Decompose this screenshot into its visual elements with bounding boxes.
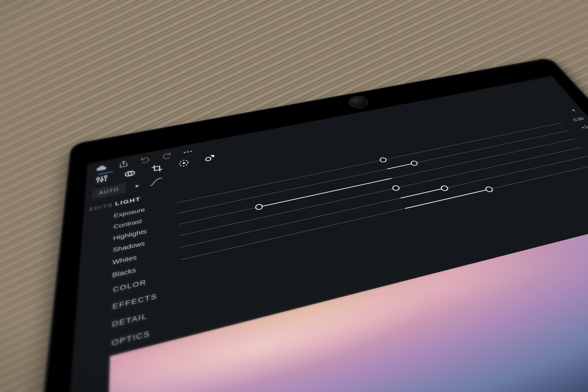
slider-value: 0 — [585, 140, 588, 148]
tone-curve-icon[interactable] — [150, 177, 163, 186]
photo-preview[interactable] — [104, 214, 588, 392]
svg-point-11 — [212, 155, 214, 157]
adjust-sliders-icon[interactable] — [95, 174, 108, 185]
section-light-label: LIGHT — [115, 196, 141, 207]
section-optics-label: OPTICS — [111, 329, 150, 348]
svg-point-9 — [182, 162, 185, 164]
svg-point-5 — [104, 175, 107, 178]
svg-point-3 — [97, 178, 99, 180]
slider-label: Whites — [112, 245, 174, 266]
photo-editor: AUTO ▸ EDITS LIGHT ▾ — [56, 76, 588, 392]
app-screen: AUTO ▸ EDITS LIGHT ▾ — [56, 76, 588, 392]
section-color-label: COLOR — [113, 278, 147, 294]
presets-icon[interactable] — [123, 168, 136, 179]
chevron-right-icon[interactable]: ▸ — [136, 182, 140, 189]
slider-knob[interactable] — [379, 157, 388, 163]
slider-value: +14 — [571, 124, 588, 132]
slider-value: -63 — [578, 132, 588, 140]
more-icon[interactable] — [182, 147, 194, 157]
svg-point-2 — [190, 151, 192, 152]
home-button[interactable] — [347, 95, 370, 109]
svg-point-1 — [187, 151, 189, 153]
selective-icon[interactable] — [177, 158, 191, 169]
healing-icon[interactable] — [204, 153, 217, 163]
crop-icon[interactable] — [151, 163, 164, 174]
undo-icon[interactable] — [140, 155, 151, 165]
svg-point-4 — [100, 179, 103, 181]
slider-label: Blacks — [112, 257, 175, 279]
slider-knob[interactable] — [391, 185, 401, 192]
share-icon[interactable] — [118, 159, 129, 169]
slider-knob[interactable] — [410, 160, 419, 166]
svg-point-10 — [205, 157, 211, 161]
slider-knob[interactable] — [255, 203, 263, 211]
side-labels: EDITS — [56, 198, 114, 392]
edits-label: EDITS — [89, 202, 113, 212]
section-effects-label: EFFECTS — [112, 292, 157, 311]
slider-label: Shadows — [113, 234, 174, 254]
redo-icon[interactable] — [161, 151, 172, 161]
scene: AUTO ▸ EDITS LIGHT ▾ — [0, 0, 588, 392]
section-detail-label: DETAIL — [112, 312, 147, 329]
tablet-device: AUTO ▸ EDITS LIGHT ▾ — [16, 57, 588, 392]
cloud-icon[interactable] — [96, 164, 107, 173]
slider-knob[interactable] — [484, 186, 494, 193]
chevron-down-icon: ▾ — [571, 108, 577, 112]
slider-knob[interactable] — [440, 185, 449, 192]
svg-point-0 — [184, 152, 186, 153]
